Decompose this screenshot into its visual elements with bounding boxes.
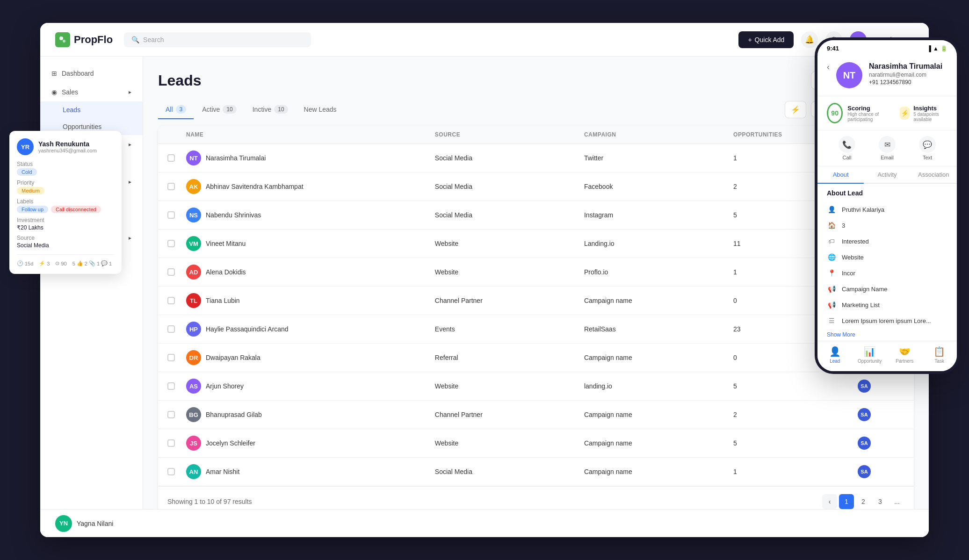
footer-time-val: 15d: [25, 261, 33, 266]
mobile-nav-opportunity[interactable]: 📊 Opportunity: [853, 346, 888, 364]
row-checkbox[interactable]: [167, 439, 186, 447]
notifications-button[interactable]: 🔔: [801, 31, 818, 48]
global-search[interactable]: 🔍 Search: [124, 32, 311, 47]
row-name: AK Abhinav Savitendra Kambhampat: [186, 179, 435, 194]
table-row[interactable]: TL Tiana Lubin Channel Partner Campaign …: [158, 287, 914, 315]
filter-button[interactable]: ⚡: [785, 101, 806, 118]
mobile-time: 9:41: [827, 45, 839, 52]
table-row[interactable]: AK Abhinav Savitendra Kambhampat Social …: [158, 172, 914, 201]
row-source: Events: [435, 325, 584, 333]
mobile-nav-lead[interactable]: 👤 Lead: [817, 346, 853, 364]
lead-avatar: AN: [186, 464, 201, 479]
row-checkbox[interactable]: [167, 297, 186, 304]
quick-add-button[interactable]: + Quick Add: [738, 31, 794, 48]
about-item-status: 🏷 Interested: [827, 233, 947, 249]
row-checkbox[interactable]: [167, 211, 186, 219]
file-icon: 5: [72, 261, 75, 266]
page-3-button[interactable]: 3: [873, 494, 888, 509]
table-row[interactable]: NT Narasimha Tirumalai Social Media Twit…: [158, 144, 914, 172]
mobile-nav-task[interactable]: 📋 Task: [922, 346, 957, 364]
row-assigned: SA: [858, 408, 904, 421]
footer-rating: ⊙ 90: [55, 260, 66, 266]
scoring-item: 90 Scoring High chance of participating: [827, 103, 890, 123]
prev-page-button[interactable]: ‹: [822, 494, 837, 509]
table-body: NT Narasimha Tirumalai Social Media Twit…: [158, 144, 914, 486]
bottom-user-info: YN Yagna Nilani: [55, 515, 113, 532]
card-avatar: YR: [17, 138, 34, 155]
mobile-tab-activity[interactable]: Activity: [864, 166, 910, 183]
sidebar-item-sales[interactable]: ◉ Sales ▸: [40, 83, 143, 101]
table-row[interactable]: NS Nabendu Shrinivas Social Media Instag…: [158, 201, 914, 230]
mobile-tab-association[interactable]: Association: [911, 166, 957, 183]
card-user-info: YR Yash Renukunta yashrenu345@gmail.com: [17, 138, 114, 155]
row-assigned: SA: [858, 465, 904, 478]
row-name: AS Arjun Shorey: [186, 379, 435, 394]
row-opportunities: 5: [733, 439, 858, 447]
row-checkbox[interactable]: [167, 468, 186, 475]
card-name: Yash Renukunta: [38, 140, 97, 148]
card-source-value: Social Media: [17, 242, 114, 249]
table-row[interactable]: DR Dwaipayan Rakala Referral Campaign na…: [158, 344, 914, 372]
table-row[interactable]: HP Haylie Passaquindici Arcand Events Re…: [158, 315, 914, 344]
bolt-icon: ⚡: [39, 260, 45, 266]
card-priority-badge: Medium: [17, 187, 44, 194]
table-row[interactable]: AS Arjun Shorey Website landing.io 5 SA: [158, 372, 914, 401]
row-checkbox[interactable]: [167, 411, 186, 418]
table-row[interactable]: VM Vineet Mitanu Website Landing.io 11 S…: [158, 230, 914, 258]
chevron-right-icon-2: ▸: [129, 141, 131, 148]
logo-icon: [55, 32, 70, 47]
page-2-button[interactable]: 2: [856, 494, 871, 509]
row-checkbox[interactable]: [167, 354, 186, 361]
sidebar-item-dashboard[interactable]: ⊞ Dashboard: [40, 64, 143, 83]
row-checkbox[interactable]: [167, 183, 186, 190]
row-checkbox[interactable]: [167, 325, 186, 333]
assignee-avatar: SA: [858, 465, 871, 478]
tab-inactive-badge: 10: [274, 105, 288, 114]
table-row[interactable]: BG Bhanuprasad Gilab Channel Partner Cam…: [158, 401, 914, 429]
row-name: HP Haylie Passaquindici Arcand: [186, 322, 435, 337]
assignee-avatar: SA: [858, 408, 871, 421]
tab-active[interactable]: Active 10: [195, 101, 244, 119]
tab-inactive[interactable]: Inctive 10: [245, 101, 296, 119]
card-source-label: Source: [17, 235, 114, 241]
header-name: NAME: [186, 131, 435, 138]
back-button[interactable]: ‹: [827, 62, 830, 72]
mobile-call-button[interactable]: 📞 Call: [827, 136, 867, 160]
sales-icon: ◉: [51, 88, 57, 96]
tab-all[interactable]: All 3: [158, 101, 194, 119]
tab-all-badge: 3: [176, 105, 187, 114]
about-website-value: Website: [842, 254, 864, 261]
row-checkbox[interactable]: [167, 268, 186, 276]
task-nav-icon: 📋: [933, 346, 945, 357]
mobile-nav-partners[interactable]: 🤝 Partners: [887, 346, 922, 364]
page-1-button[interactable]: 1: [839, 494, 854, 509]
tab-new-leads[interactable]: New Leads: [296, 101, 344, 119]
row-source: Website: [435, 439, 584, 447]
card-investment-field: Investment ₹20 Lakhs: [17, 217, 114, 231]
logo: PropFlo: [55, 32, 113, 47]
score-circle: 90: [827, 103, 843, 123]
row-checkbox[interactable]: [167, 240, 186, 247]
show-more-button[interactable]: Show More: [827, 331, 947, 338]
mobile-text-button[interactable]: 💬 Text: [907, 136, 947, 160]
card-status-label: Status: [17, 161, 114, 167]
header-source: SOURCE: [435, 131, 584, 138]
row-name: VM Vineet Mitanu: [186, 236, 435, 251]
row-checkbox[interactable]: [167, 382, 186, 390]
sidebar-item-leads[interactable]: Leads: [40, 101, 143, 118]
header-campaign: CAMPAIGN: [584, 131, 733, 138]
mobile-email-button[interactable]: ✉ Email: [867, 136, 907, 160]
page-more-button[interactable]: ...: [889, 494, 904, 509]
row-name: AD Alena Dokidis: [186, 265, 435, 280]
table-row[interactable]: AN Amar Nishit Social Media Campaign nam…: [158, 458, 914, 486]
label-follow-up: Follow up: [17, 206, 48, 213]
card-investment-label: Investment: [17, 217, 114, 223]
mobile-tab-about[interactable]: About: [817, 166, 864, 184]
mobile-status-bar: 9:41 ▐ ▲ 🔋: [817, 40, 957, 55]
about-marketing-value: Marketing List: [842, 302, 880, 309]
row-opportunities: 2: [733, 411, 858, 418]
row-checkbox[interactable]: [167, 154, 186, 162]
logo-text: PropFlo: [74, 34, 113, 46]
table-row[interactable]: JS Jocelyn Schleifer Website Campaign na…: [158, 429, 914, 458]
table-row[interactable]: AD Alena Dokidis Website Proflo.io 1 SA: [158, 258, 914, 287]
